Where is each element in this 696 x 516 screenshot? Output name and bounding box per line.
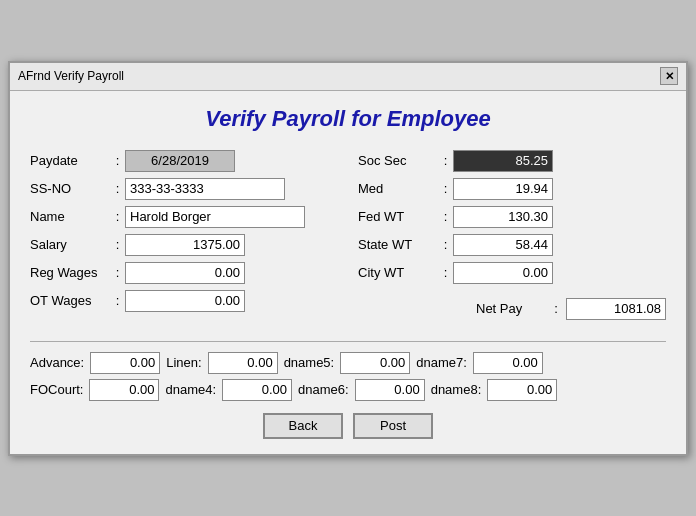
dname5-input[interactable] <box>340 352 410 374</box>
window-content: Verify Payroll for Employee Paydate : SS… <box>10 91 686 454</box>
socsec-row: Soc Sec : <box>358 150 666 172</box>
linen-input[interactable] <box>208 352 278 374</box>
name-input[interactable] <box>125 206 305 228</box>
paydate-colon: : <box>110 153 125 168</box>
statewt-colon: : <box>438 237 453 252</box>
socsec-label: Soc Sec <box>358 153 438 168</box>
dname7-label: dname7: <box>416 355 467 370</box>
deductions-section: Advance: Linen: dname5: dname7: FOCourt:… <box>30 352 666 401</box>
dname6-input[interactable] <box>355 379 425 401</box>
statewt-input[interactable] <box>453 234 553 256</box>
salary-input[interactable] <box>125 234 245 256</box>
otwages-input[interactable] <box>125 290 245 312</box>
focourt-label: FOCourt: <box>30 382 83 397</box>
close-button[interactable]: ✕ <box>660 67 678 85</box>
statewt-label: State WT <box>358 237 438 252</box>
paydate-input[interactable] <box>125 150 235 172</box>
regwages-row: Reg Wages : <box>30 262 338 284</box>
window-title: AFrnd Verify Payroll <box>18 69 124 83</box>
divider <box>30 341 666 342</box>
otwages-colon: : <box>110 293 125 308</box>
citywt-row: City WT : <box>358 262 666 284</box>
form-right: Soc Sec : Med : Fed WT : State WT : <box>358 150 666 326</box>
ssno-colon: : <box>110 181 125 196</box>
paydate-label: Paydate <box>30 153 110 168</box>
salary-label: Salary <box>30 237 110 252</box>
form-section: Paydate : SS-NO : Name : Salary : <box>30 150 666 326</box>
regwages-input[interactable] <box>125 262 245 284</box>
dname7-input[interactable] <box>473 352 543 374</box>
dname4-label: dname4: <box>165 382 216 397</box>
citywt-colon: : <box>438 265 453 280</box>
name-colon: : <box>110 209 125 224</box>
med-row: Med : <box>358 178 666 200</box>
fedwt-label: Fed WT <box>358 209 438 224</box>
netpay-colon: : <box>546 301 566 316</box>
salary-colon: : <box>110 237 125 252</box>
dname4-input[interactable] <box>222 379 292 401</box>
netpay-row: Net Pay : <box>358 298 666 320</box>
title-bar: AFrnd Verify Payroll ✕ <box>10 63 686 91</box>
buttons-section: Back Post <box>30 413 666 439</box>
med-colon: : <box>438 181 453 196</box>
fedwt-input[interactable] <box>453 206 553 228</box>
focourt-input[interactable] <box>89 379 159 401</box>
otwages-row: OT Wages : <box>30 290 338 312</box>
citywt-input[interactable] <box>453 262 553 284</box>
salary-row: Salary : <box>30 234 338 256</box>
advance-label: Advance: <box>30 355 84 370</box>
netpay-label: Net Pay <box>476 301 546 316</box>
socsec-input[interactable] <box>453 150 553 172</box>
dname8-input[interactable] <box>487 379 557 401</box>
page-title: Verify Payroll for Employee <box>30 106 666 132</box>
dname8-label: dname8: <box>431 382 482 397</box>
paydate-row: Paydate : <box>30 150 338 172</box>
otwages-label: OT Wages <box>30 293 110 308</box>
main-window: AFrnd Verify Payroll ✕ Verify Payroll fo… <box>8 61 688 456</box>
dname6-label: dname6: <box>298 382 349 397</box>
post-button[interactable]: Post <box>353 413 433 439</box>
linen-label: Linen: <box>166 355 201 370</box>
form-left: Paydate : SS-NO : Name : Salary : <box>30 150 338 326</box>
citywt-label: City WT <box>358 265 438 280</box>
statewt-row: State WT : <box>358 234 666 256</box>
deductions-row2: FOCourt: dname4: dname6: dname8: <box>30 379 666 401</box>
advance-input[interactable] <box>90 352 160 374</box>
fedwt-row: Fed WT : <box>358 206 666 228</box>
socsec-colon: : <box>438 153 453 168</box>
regwages-colon: : <box>110 265 125 280</box>
ssno-row: SS-NO : <box>30 178 338 200</box>
regwages-label: Reg Wages <box>30 265 110 280</box>
name-row: Name : <box>30 206 338 228</box>
deductions-row1: Advance: Linen: dname5: dname7: <box>30 352 666 374</box>
ssno-input[interactable] <box>125 178 285 200</box>
med-input[interactable] <box>453 178 553 200</box>
dname5-label: dname5: <box>284 355 335 370</box>
fedwt-colon: : <box>438 209 453 224</box>
name-label: Name <box>30 209 110 224</box>
ssno-label: SS-NO <box>30 181 110 196</box>
med-label: Med <box>358 181 438 196</box>
netpay-input[interactable] <box>566 298 666 320</box>
back-button[interactable]: Back <box>263 413 343 439</box>
